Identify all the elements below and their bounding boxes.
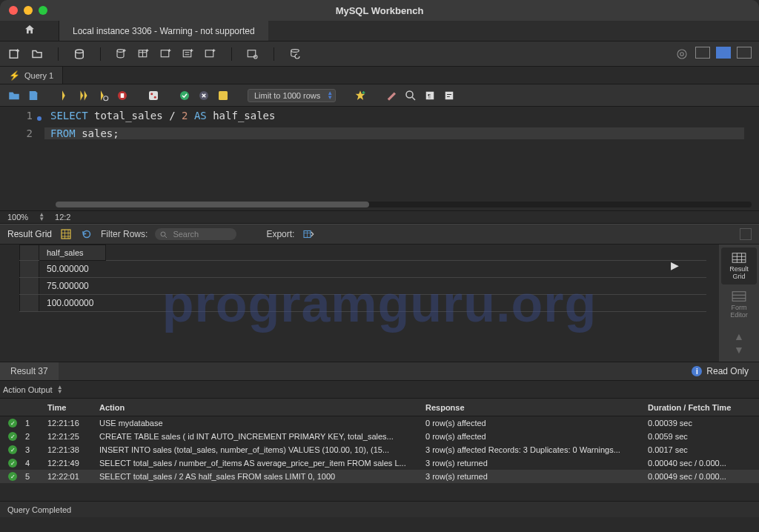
output-row[interactable]: ✓ 2 12:21:25 CREATE TABLE sales ( id INT… xyxy=(0,430,759,443)
sql-editor[interactable]: 1 SELECT total_sales / 2 AS half_sales 2… xyxy=(0,107,759,210)
save-file-icon[interactable] xyxy=(27,89,40,102)
scrollbar-thumb[interactable] xyxy=(56,202,369,207)
code-line: FROM sales; xyxy=(44,127,744,139)
dropdown-arrows-icon: ▲▼ xyxy=(327,91,333,100)
home-icon xyxy=(24,24,36,39)
result-grid-icon[interactable] xyxy=(59,227,73,241)
footer-status-text: Query Completed xyxy=(7,505,71,514)
export-icon[interactable] xyxy=(302,227,315,241)
form-view-icon xyxy=(730,290,748,302)
col-response-header[interactable]: Response xyxy=(425,403,648,412)
output-type-label: Action Output xyxy=(3,385,53,394)
open-file-icon[interactable] xyxy=(7,89,21,102)
output-row[interactable]: ✓ 3 12:21:38 INSERT INTO sales (total_sa… xyxy=(0,443,759,456)
create-table-icon[interactable] xyxy=(136,47,151,61)
collapse-side-icon[interactable]: ▶ xyxy=(671,259,679,271)
explain-icon[interactable] xyxy=(96,89,110,102)
refresh-icon[interactable] xyxy=(80,227,93,241)
row-header[interactable] xyxy=(20,261,39,278)
scroll-views-button[interactable]: ▲ ▼ xyxy=(721,325,757,362)
toggle-whitespace-icon[interactable] xyxy=(216,89,230,102)
svg-point-1 xyxy=(76,50,84,53)
cell[interactable]: 100.000000 xyxy=(39,295,106,312)
beautify-icon[interactable] xyxy=(385,89,398,102)
flash-icon: ⚡ xyxy=(9,70,20,81)
svg-point-17 xyxy=(154,96,156,98)
create-view-icon[interactable] xyxy=(159,47,173,61)
query-tab-label: Query 1 xyxy=(24,71,53,80)
svg-point-11 xyxy=(680,52,684,56)
col-duration-header[interactable]: Duration / Fetch Time xyxy=(648,403,752,412)
query-tab[interactable]: ⚡ Query 1 xyxy=(0,67,63,84)
maximize-window-icon[interactable] xyxy=(39,6,47,15)
result-grid-view-button[interactable]: Result Grid xyxy=(721,247,757,285)
close-window-icon[interactable] xyxy=(9,6,18,15)
info-icon[interactable]: i xyxy=(692,366,702,376)
open-sql-script-icon[interactable] xyxy=(30,47,44,61)
svg-rect-25 xyxy=(62,230,70,239)
zoom-arrows-icon[interactable]: ▲▼ xyxy=(39,213,44,222)
create-schema-icon[interactable] xyxy=(114,47,129,61)
create-function-icon[interactable] xyxy=(203,47,218,61)
stop-icon[interactable] xyxy=(116,89,129,102)
success-icon: ✓ xyxy=(8,459,17,468)
connection-tab[interactable]: Local instance 3306 - Warning - not supp… xyxy=(59,21,268,41)
search-input[interactable]: Search xyxy=(155,228,236,240)
main-toolbar xyxy=(0,41,759,67)
svg-point-16 xyxy=(150,93,153,95)
create-procedure-icon[interactable] xyxy=(181,47,196,61)
column-header[interactable]: half_sales xyxy=(39,245,106,261)
svg-text:¶: ¶ xyxy=(428,93,431,99)
form-editor-view-button[interactable]: Form Editor xyxy=(721,286,757,323)
output-row[interactable]: ✓ 4 12:21:49 SELECT total_sales / number… xyxy=(0,456,759,470)
output-row[interactable]: ✓ 1 12:21:16 USE mydatabase 0 row(s) aff… xyxy=(0,416,759,430)
wrap-cell-icon[interactable] xyxy=(740,228,752,240)
toggle-left-panel-icon[interactable] xyxy=(695,47,710,59)
commit-icon[interactable] xyxy=(178,89,191,102)
zoom-level[interactable]: 100% xyxy=(7,213,28,222)
execute-icon[interactable] xyxy=(58,89,71,102)
result-grid[interactable]: ▶ half_sales 50.000000 75.000000 100.000… xyxy=(0,245,719,362)
reconnect-icon[interactable] xyxy=(288,47,302,61)
svg-point-9 xyxy=(291,49,299,52)
output-row[interactable]: ✓ 5 12:22:01 SELECT total_sales / 2 AS h… xyxy=(0,470,759,483)
query-tab-bar: ⚡ Query 1 xyxy=(0,67,759,84)
execute-current-icon[interactable] xyxy=(77,89,90,102)
wrap-lines-icon[interactable] xyxy=(443,89,456,102)
new-sql-tab-icon[interactable] xyxy=(7,47,22,61)
result-tabs: Result 37 i Read Only xyxy=(0,362,759,381)
home-tab[interactable] xyxy=(0,21,59,41)
dropdown-arrows-icon: ▲▼ xyxy=(57,385,63,394)
svg-rect-5 xyxy=(183,50,191,56)
rollback-icon[interactable] xyxy=(197,89,211,102)
toggle-bottom-panel-icon[interactable] xyxy=(716,47,731,59)
search-table-data-icon[interactable] xyxy=(245,47,260,61)
svg-point-18 xyxy=(180,91,189,100)
row-header[interactable] xyxy=(20,278,39,295)
title-bar: MySQL Workbench xyxy=(0,0,759,21)
svg-point-12 xyxy=(104,96,108,100)
result-tab[interactable]: Result 37 xyxy=(0,362,59,380)
favorite-icon[interactable] xyxy=(354,89,367,102)
search-icon xyxy=(159,230,168,239)
output-type-select[interactable]: Action Output ▲▼ xyxy=(3,385,63,394)
find-replace-icon[interactable] xyxy=(404,89,417,102)
row-header[interactable] xyxy=(20,295,39,312)
cell[interactable]: 75.000000 xyxy=(39,278,106,295)
toggle-right-panel-icon[interactable] xyxy=(737,47,752,59)
editor-toolbar: Limit to 1000 rows ▲▼ ¶ xyxy=(0,84,759,107)
cell[interactable]: 50.000000 xyxy=(39,261,106,278)
settings-gear-icon[interactable] xyxy=(675,47,689,61)
minimize-window-icon[interactable] xyxy=(24,6,33,15)
limit-rows-select[interactable]: Limit to 1000 rows ▲▼ xyxy=(248,89,336,102)
inspector-icon[interactable] xyxy=(72,47,87,61)
success-icon: ✓ xyxy=(8,419,17,428)
limit-rows-label: Limit to 1000 rows xyxy=(254,91,320,100)
toggle-invisible-icon[interactable]: ¶ xyxy=(423,89,437,102)
horizontal-scrollbar[interactable] xyxy=(56,202,752,207)
col-time-header[interactable]: Time xyxy=(47,403,99,412)
toggle-autocommit-icon[interactable] xyxy=(147,89,160,102)
connection-tab-bar: Local instance 3306 - Warning - not supp… xyxy=(0,21,759,41)
success-icon: ✓ xyxy=(8,432,17,441)
col-action-header[interactable]: Action xyxy=(99,403,425,412)
